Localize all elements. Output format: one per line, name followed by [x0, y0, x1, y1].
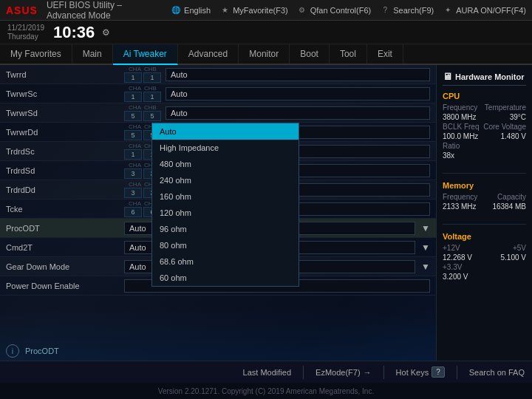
cpu-frequency-row: Frequency Temperature — [443, 103, 526, 112]
dropdown-menu[interactable]: Auto High Impedance 480 ohm 240 ohm 160 … — [151, 123, 299, 287]
dropdown-item-auto[interactable]: Auto — [152, 123, 299, 140]
copyright-bar: Version 2.20.1271. Copyright (C) 2019 Am… — [0, 383, 532, 399]
search-btn[interactable]: ? Search(F9) — [380, 5, 434, 16]
last-modified-label: Last Modified — [243, 368, 291, 377]
clock-display: 10:36 — [53, 23, 95, 42]
asus-logo: ASUS — [6, 4, 38, 16]
aura-icon: ✦ — [443, 5, 453, 16]
datetime-bar: 11/21/2019 Thursday 10:36 ⚙ — [0, 21, 532, 44]
tab-monitor[interactable]: Monitor — [239, 44, 290, 64]
favorite-icon: ★ — [219, 5, 230, 16]
bclk-value: 100.0 MHz — [443, 132, 478, 140]
main-layout: Twrrd CHA CHB 1 1 Auto TwrwrSc CHA CHB 1 — [0, 65, 532, 361]
monitor-icon: 🖥 — [443, 71, 452, 82]
dropdown-item-686ohm[interactable]: 68.6 ohm — [152, 253, 299, 270]
cpu-frequency-value-row: 3800 MHz 39°C — [443, 113, 526, 121]
chip-group: CHA CHB 1 1 — [124, 85, 161, 102]
cpu-section-title: CPU — [443, 92, 526, 100]
dropdown-arrow-icon: ▼ — [421, 223, 430, 233]
tab-my-favorites[interactable]: My Favorites — [0, 44, 72, 64]
tab-exit[interactable]: Exit — [367, 44, 403, 64]
row-label-power-down: Power Down Enable — [6, 282, 124, 290]
ezmode-item[interactable]: EzMode(F7) → — [316, 368, 372, 377]
tab-main[interactable]: Main — [72, 44, 113, 64]
procodt-hint: ProcODT — [25, 347, 59, 355]
table-row[interactable]: Twrrd CHA CHB 1 1 Auto — [0, 65, 436, 84]
cpu-bclk-row: BCLK Freq Core Voltage — [443, 123, 526, 131]
aura-btn[interactable]: ✦ AURA ON/OFF(F4) — [443, 5, 526, 16]
last-modified-item: Last Modified — [243, 368, 291, 377]
clock-settings-icon[interactable]: ⚙ — [102, 27, 110, 38]
mem-cap-value: 16384 MB — [492, 202, 526, 211]
hot-keys-item[interactable]: Hot Keys ? — [396, 366, 445, 378]
voltage-section-title: Voltage — [443, 232, 526, 241]
table-row[interactable]: TwrwrSd CHA CHB 5 5 Auto Auto High Imped… — [0, 103, 436, 123]
row-label: TwrwrSd — [6, 109, 124, 117]
row-value[interactable]: Auto — [166, 106, 430, 120]
language-label: English — [184, 6, 211, 15]
bclk-label: BCLK Freq — [443, 123, 479, 131]
tab-tool[interactable]: Tool — [330, 44, 367, 64]
info-button[interactable]: i — [6, 344, 19, 358]
my-favorite-btn[interactable]: ★ MyFavorite(F3) — [219, 5, 288, 16]
bios-table: Twrrd CHA CHB 1 1 Auto TwrwrSc CHA CHB 1 — [0, 65, 436, 296]
dropdown-item-96ohm[interactable]: 96 ohm — [152, 221, 299, 237]
table-row[interactable]: TwrwrSc CHA CHB 1 1 Auto — [0, 84, 436, 103]
row-label: TrdrdSd — [6, 166, 124, 175]
dropdown-arrow-icon: ▼ — [421, 262, 430, 272]
dropdown-item-60ohm[interactable]: 60 ohm — [152, 270, 299, 286]
app-title: UEFI BIOS Utility – Advanced Mode — [47, 0, 162, 21]
row-label: TrdrdSc — [6, 147, 124, 156]
row-value[interactable]: Auto — [166, 68, 430, 81]
mem-values-row: 2133 MHz 16384 MB — [443, 202, 526, 211]
dropdown-item-high-impedance[interactable]: High Impedance — [152, 140, 299, 156]
ratio-value: 38x — [443, 151, 454, 160]
row-value[interactable]: Auto — [166, 87, 430, 100]
tab-advanced[interactable]: Advanced — [178, 44, 239, 64]
chip-group: CHA CHB 1 1 — [124, 66, 161, 83]
search-icon: ? — [380, 5, 390, 16]
content-area: Twrrd CHA CHB 1 1 Auto TwrwrSc CHA CHB 1 — [0, 65, 436, 361]
v33-label: +3.3V — [443, 263, 462, 271]
mem-freq-label: Frequency — [443, 193, 477, 201]
ezmode-label: EzMode(F7) — [316, 368, 361, 377]
dropdown-item-120ohm[interactable]: 120 ohm — [152, 205, 299, 221]
hw-monitor-title: 🖥 Hardware Monitor — [443, 71, 526, 86]
memory-section-title: Memory — [443, 181, 526, 190]
copyright-text: Version 2.20.1271. Copyright (C) 2019 Am… — [158, 387, 374, 395]
v12-label: +12V — [443, 244, 460, 252]
search-faq-label: Search on FAQ — [469, 368, 525, 377]
dropdown-arrow-icon: ▼ — [421, 242, 430, 253]
ratio-label: Ratio — [443, 142, 460, 150]
cpu-ratio-value-row: 38x — [443, 151, 526, 160]
chip-group: CHA CHB 5 5 — [124, 104, 161, 121]
bottom-divider — [383, 366, 384, 379]
fan-icon: ⚙ — [297, 5, 307, 16]
core-volt-label: Core Voltage — [483, 123, 526, 131]
row-label: Twrrd — [6, 70, 124, 79]
volt-33-row: +3.3V — [443, 263, 526, 271]
row-label: TrdrdDd — [6, 185, 124, 194]
hw-monitor-panel: 🖥 Hardware Monitor CPU Frequency Tempera… — [436, 65, 532, 361]
dropdown-item-240ohm[interactable]: 240 ohm — [152, 172, 299, 188]
row-label-gear-down: Gear Down Mode — [6, 262, 124, 271]
dropdown-item-80ohm[interactable]: 80 ohm — [152, 237, 299, 253]
cpu-bclk-value-row: 100.0 MHz 1.480 V — [443, 132, 526, 140]
search-faq-item[interactable]: Search on FAQ — [469, 368, 525, 377]
dropdown-item-480ohm[interactable]: 480 ohm — [152, 156, 299, 172]
tab-boot[interactable]: Boot — [290, 44, 330, 64]
language-selector[interactable]: 🌐 English — [171, 5, 211, 16]
volt-12-row: +12V +5V — [443, 244, 526, 252]
cpu-temp-label: Temperature — [485, 103, 526, 112]
qfan-btn[interactable]: ⚙ Qfan Control(F6) — [297, 5, 372, 16]
dropdown-item-160ohm[interactable]: 160 ohm — [152, 188, 299, 205]
cpu-freq-value: 3800 MHz — [443, 113, 477, 121]
row-label-procodt: ProcODT — [6, 224, 124, 233]
topbar: ASUS UEFI BIOS Utility – Advanced Mode 🌐… — [0, 0, 532, 21]
volt-33-value-row: 3.200 V — [443, 273, 526, 281]
row-label: TwrwrSc — [6, 89, 124, 98]
date-line2: Thursday — [7, 33, 44, 41]
tab-ai-tweaker[interactable]: Ai Tweaker — [113, 44, 178, 65]
mem-freq-value: 2133 MHz — [443, 202, 477, 211]
language-icon: 🌐 — [171, 5, 181, 16]
